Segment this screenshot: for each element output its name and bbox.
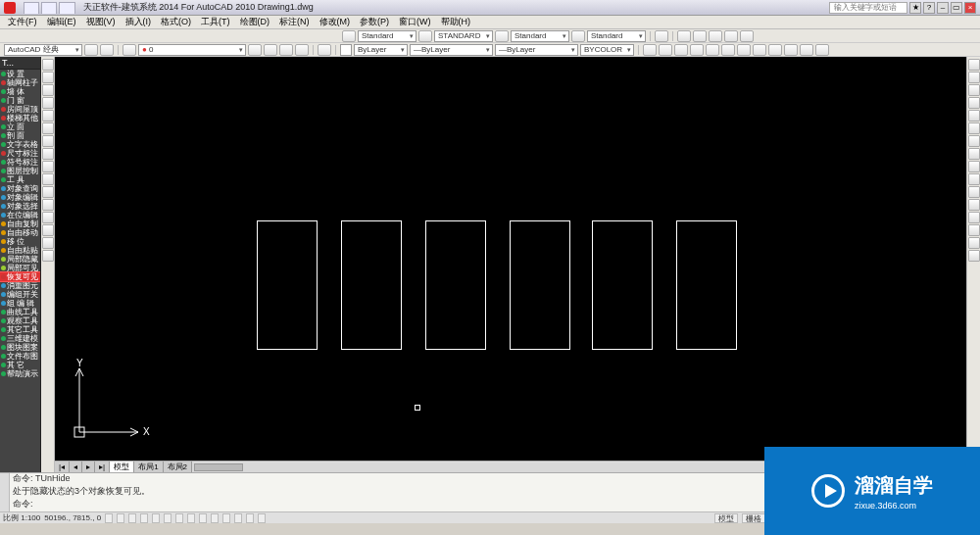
menu-dimension[interactable]: 标注(N) (275, 16, 314, 28)
stretch-tool[interactable] (968, 161, 980, 172)
layer-props-button[interactable] (122, 44, 136, 56)
menu-window[interactable]: 窗口(W) (395, 16, 435, 28)
menu-modify[interactable]: 修改(M) (316, 16, 355, 28)
tool-button[interactable] (643, 44, 657, 56)
tool-button[interactable] (100, 44, 114, 56)
text-style-combo[interactable]: Standard (358, 30, 416, 42)
minimize-button[interactable]: – (937, 2, 949, 14)
toggle-button[interactable] (234, 513, 242, 523)
toggle-button[interactable] (128, 513, 136, 523)
tab-nav-prev[interactable]: ◂ (70, 462, 82, 472)
toggle-button[interactable] (152, 513, 160, 523)
spline-tool[interactable] (42, 135, 54, 147)
help-search-input[interactable] (829, 2, 907, 14)
scale-label[interactable]: 比例 1:100 (3, 512, 40, 523)
toggle-button[interactable] (258, 513, 266, 523)
drawing-rectangle[interactable] (257, 220, 318, 350)
toggle-button[interactable] (175, 513, 183, 523)
break-tool[interactable] (968, 199, 980, 211)
text-style-icon[interactable] (342, 30, 356, 42)
tab-nav-next[interactable]: ▸ (82, 462, 95, 472)
insert-tool[interactable] (42, 237, 54, 249)
redo-button[interactable] (737, 44, 751, 56)
polygon-tool[interactable] (42, 84, 54, 96)
table-tool[interactable] (42, 186, 54, 198)
dim-style-icon[interactable] (418, 30, 432, 42)
save-button[interactable] (690, 44, 704, 56)
linetype-combo[interactable]: — ByLayer (410, 44, 493, 56)
toggle-button[interactable] (164, 513, 172, 523)
table-style-icon[interactable] (495, 30, 509, 42)
drawing-canvas[interactable]: Y X (55, 57, 966, 461)
help-icon[interactable]: ? (923, 2, 935, 14)
menu-view[interactable]: 视图(V) (82, 16, 120, 28)
tool-button[interactable] (815, 44, 829, 56)
mleader-style-combo[interactable]: Standard (587, 30, 646, 42)
layer-button[interactable] (264, 44, 277, 56)
drawing-rectangle[interactable] (592, 220, 653, 350)
extend-tool[interactable] (968, 186, 980, 198)
title-tab[interactable] (59, 2, 74, 14)
color-swatch[interactable] (340, 44, 352, 56)
drawing-rectangle[interactable] (676, 220, 737, 350)
block-tool[interactable] (42, 250, 54, 262)
revcloud-tool[interactable] (42, 224, 54, 236)
dim-style-combo[interactable]: STANDARD (434, 30, 493, 42)
tool-button[interactable] (768, 44, 782, 56)
window-button[interactable] (709, 30, 722, 42)
layout-tab-1[interactable]: 布局1 (134, 462, 163, 472)
plotstyle-combo[interactable]: BYCOLOR (580, 44, 634, 56)
layer-button[interactable] (295, 44, 309, 56)
lineweight-combo[interactable]: — ByLayer (495, 44, 578, 56)
layer-button[interactable] (248, 44, 262, 56)
point-tool[interactable] (42, 199, 54, 211)
star-icon[interactable]: ★ (909, 2, 921, 14)
chamfer-tool[interactable] (968, 224, 980, 236)
drawing-rectangle[interactable] (510, 220, 570, 350)
rectangle-tool[interactable] (42, 97, 54, 109)
offset-tool[interactable] (968, 97, 980, 109)
status-toggle-model[interactable]: 模型 (714, 513, 738, 523)
drawing-rectangle[interactable] (341, 220, 402, 350)
toggle-button[interactable] (140, 513, 148, 523)
trim-tool[interactable] (968, 173, 980, 185)
tool-button[interactable] (318, 44, 331, 56)
menu-format[interactable]: 格式(O) (157, 16, 195, 28)
drawing-rectangle[interactable] (425, 220, 486, 350)
toggle-button[interactable] (187, 513, 195, 523)
region-tool[interactable] (42, 212, 54, 223)
window-button[interactable] (677, 30, 691, 42)
toggle-button[interactable] (222, 513, 230, 523)
tangent-item[interactable]: 帮助演示 (0, 369, 40, 378)
toggle-button[interactable] (199, 513, 207, 523)
cmd-resize-handle[interactable] (0, 473, 10, 511)
toggle-button[interactable] (105, 513, 113, 523)
open-button[interactable] (674, 44, 688, 56)
toggle-button[interactable] (117, 513, 124, 523)
fillet-tool[interactable] (968, 237, 980, 249)
copy-tool[interactable] (968, 72, 980, 83)
title-tab[interactable] (41, 2, 57, 14)
array-tool[interactable] (968, 110, 980, 122)
tool-button[interactable] (800, 44, 813, 56)
explode-tool[interactable] (968, 250, 980, 262)
ellipse-tool[interactable] (42, 148, 54, 160)
erase-tool[interactable] (968, 59, 980, 71)
new-button[interactable] (659, 44, 672, 56)
title-tab[interactable] (24, 2, 39, 14)
window-button[interactable] (724, 30, 738, 42)
toggle-button[interactable] (246, 513, 254, 523)
print-button[interactable] (706, 44, 719, 56)
menu-insert[interactable]: 插入(I) (122, 16, 156, 28)
workspace-combo[interactable]: AutoCAD 经典 (4, 44, 82, 56)
toggle-button[interactable] (211, 513, 219, 523)
menu-file[interactable]: 文件(F) (4, 16, 41, 28)
pline-tool[interactable] (42, 72, 54, 83)
move-tool[interactable] (968, 122, 980, 134)
menu-tools[interactable]: 工具(T) (197, 16, 234, 28)
h-scroll-thumb[interactable] (194, 463, 243, 471)
mirror-tool[interactable] (968, 84, 980, 96)
rotate-tool[interactable] (968, 135, 980, 147)
scale-tool[interactable] (968, 148, 980, 160)
table-style-combo[interactable]: Standard (511, 30, 569, 42)
